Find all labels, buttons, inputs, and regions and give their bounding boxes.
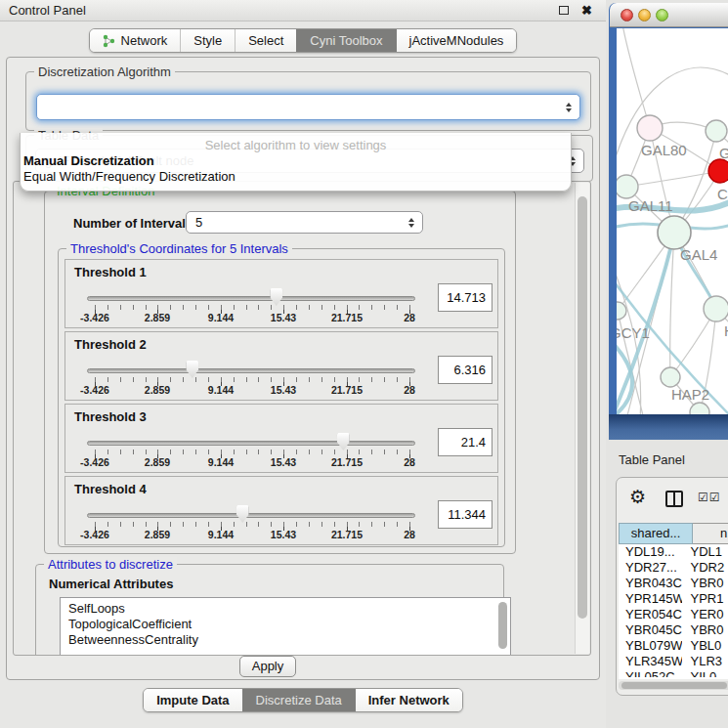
- column-header-shared-name[interactable]: shared...: [619, 523, 693, 544]
- table-row[interactable]: YBL079WYBL0: [619, 638, 728, 654]
- float-window-icon[interactable]: [559, 6, 569, 15]
- table-row[interactable]: YLR345WYLR3: [619, 654, 728, 669]
- svg-text:GAL11: GAL11: [628, 197, 673, 214]
- cyni-toolbox-panel: Discretization Algorithm Table Data galF…: [6, 57, 600, 680]
- list-scrollbar[interactable]: [498, 600, 508, 656]
- table-horizontal-scrollbar[interactable]: [619, 681, 728, 690]
- tab-cyni-toolbox[interactable]: Cyni Toolbox: [296, 29, 395, 52]
- tab-style[interactable]: Style: [180, 29, 235, 52]
- node-hap2[interactable]: [661, 367, 680, 387]
- tab-discretize-data[interactable]: Discretize Data: [242, 689, 355, 711]
- threshold-2-slider-thumb[interactable]: [186, 361, 198, 378]
- combo-arrows-icon: [566, 95, 572, 119]
- threshold-3-slider-thumb[interactable]: [337, 433, 350, 450]
- interval-definition-group: Interval Definition Number of Intervals …: [44, 191, 516, 554]
- scrollbar-thumb[interactable]: [578, 196, 587, 619]
- number-of-intervals-combobox[interactable]: 5: [186, 211, 423, 234]
- scrollbar-thumb[interactable]: [621, 682, 727, 689]
- thresholds-group-label: Threshold's Coordinates for 5 Intervals: [66, 241, 292, 256]
- tab-impute-data[interactable]: Impute Data: [144, 689, 241, 711]
- svg-text:GCY1: GCY1: [617, 324, 650, 341]
- algorithm-combobox[interactable]: [36, 94, 580, 120]
- apply-button[interactable]: Apply: [239, 656, 296, 677]
- threshold-4-slider[interactable]: [87, 513, 415, 518]
- column-header-name[interactable]: n...: [693, 523, 728, 544]
- list-item[interactable]: SelfLoops: [61, 601, 510, 617]
- threshold-2-value-field[interactable]: 6.316: [438, 356, 492, 384]
- control-panel-titlebar: Control Panel ✖: [0, 0, 606, 21]
- svg-text:HAP2: HAP2: [671, 386, 709, 403]
- svg-text:GAL4: GAL4: [680, 246, 717, 263]
- window-title: Control Panel: [9, 3, 86, 18]
- thresholds-group: Threshold's Coordinates for 5 Intervals …: [58, 248, 505, 547]
- minimize-traffic-light-icon[interactable]: [638, 9, 651, 21]
- threshold-2-slider[interactable]: [87, 368, 415, 373]
- table-row[interactable]: YDR27...YDR2: [619, 560, 728, 576]
- threshold-4-slider-thumb[interactable]: [236, 505, 249, 523]
- checkboxes-icon[interactable]: ☑☑: [698, 491, 721, 504]
- node-gal11[interactable]: [617, 175, 638, 198]
- node-gal4[interactable]: [658, 216, 691, 249]
- table-row[interactable]: YER054CYER0: [619, 607, 728, 622]
- gear-icon[interactable]: ⚙: [629, 486, 646, 508]
- threshold-1-box: Threshold 1 -3.426 2.859 9.144 15.43 21.…: [64, 259, 498, 328]
- bottom-tab-bar: Impute Data Discretize Data Infer Networ…: [0, 688, 606, 712]
- zoom-traffic-light-icon[interactable]: [656, 9, 668, 21]
- threshold-1-value-field[interactable]: 14.713: [438, 283, 492, 312]
- table-panel-title: Table Panel: [619, 452, 685, 467]
- discretization-algorithm-label: Discretization Algorithm: [34, 64, 175, 79]
- threshold-2-box: Threshold 2 -3.426 2.859 9.144 15.43 21.…: [64, 331, 498, 401]
- tab-select[interactable]: Select: [235, 29, 296, 52]
- network-window-titlebar: [610, 3, 728, 27]
- threshold-3-box: Threshold 3 -3.426 2.859 9.144 15.43 21.…: [64, 404, 498, 473]
- svg-text:H: H: [724, 322, 728, 339]
- threshold-3-value-field[interactable]: 21.4: [438, 428, 492, 456]
- top-tab-bar: Network Style Select Cyni Toolbox jActiv…: [0, 28, 606, 53]
- close-icon[interactable]: ✖: [581, 2, 592, 20]
- popup-option-manual-discretization[interactable]: Manual Discretization: [23, 153, 154, 168]
- node-right-mid[interactable]: [704, 296, 728, 321]
- control-panel-window: Control Panel ✖ Network Style Select Cyn…: [0, 0, 606, 728]
- node-top-right[interactable]: [706, 120, 727, 142]
- algorithm-popup: Select algorithm to view settings Manual…: [20, 133, 572, 192]
- tab-jactivemnodules[interactable]: jActiveMNodules: [396, 29, 517, 52]
- table-row[interactable]: YDL19...YDL1: [619, 544, 728, 560]
- settings-scrollpane: Interval Definition Number of Intervals …: [13, 181, 591, 656]
- network-view-window: GAL80 GA C GAL11 GAL4 GCY1 H HAP2: [609, 3, 728, 440]
- numerical-attributes-list[interactable]: SelfLoops TopologicalCoefficient Between…: [60, 597, 511, 656]
- node-gcy1[interactable]: [617, 302, 626, 320]
- list-item[interactable]: BetweennessCentrality: [61, 632, 510, 648]
- table-row[interactable]: YBR045CYBR0: [619, 622, 728, 638]
- node-table: shared... n... YDL19...YDL1 YDR27...YDR2…: [619, 523, 728, 679]
- settings-vertical-scrollbar[interactable]: [575, 183, 589, 654]
- discretization-algorithm-group: Discretization Algorithm: [25, 71, 591, 131]
- attributes-group-label: Attributes to discretize: [44, 557, 177, 572]
- table-rows: YDL19...YDL1 YDR27...YDR2 YBR043CYBR0 YP…: [619, 544, 728, 677]
- svg-text:GAL80: GAL80: [641, 142, 687, 158]
- table-row[interactable]: YPR145WYPR1: [619, 591, 728, 607]
- threshold-4-box: Threshold 4 -3.426 2.859 9.144 15.43 21.…: [64, 476, 498, 545]
- popup-option-equal-width-frequency[interactable]: Equal Width/Frequency Discretization: [23, 169, 236, 184]
- combo-arrows-icon: [408, 212, 414, 233]
- tab-network[interactable]: Network: [90, 29, 181, 52]
- threshold-3-slider[interactable]: [87, 441, 415, 446]
- network-graph: GAL80 GA C GAL11 GAL4 GCY1 H HAP2: [617, 28, 728, 414]
- close-traffic-light-icon[interactable]: [621, 9, 633, 21]
- network-canvas[interactable]: GAL80 GA C GAL11 GAL4 GCY1 H HAP2: [617, 28, 728, 414]
- node-red-selected[interactable]: [708, 159, 728, 183]
- svg-text:GA: GA: [719, 145, 728, 161]
- threshold-1-slider-thumb[interactable]: [270, 288, 282, 306]
- table-row[interactable]: YIL052CYIL0: [619, 669, 728, 677]
- threshold-4-value-field[interactable]: 11.344: [438, 500, 492, 529]
- columns-icon[interactable]: [665, 491, 683, 507]
- list-item[interactable]: TopologicalCoefficient: [61, 617, 510, 632]
- number-of-intervals-label: Number of Intervals: [73, 216, 193, 231]
- attributes-group: Attributes to discretize Numerical Attri…: [35, 564, 504, 656]
- svg-text:C: C: [717, 186, 728, 202]
- tab-network-label: Network: [121, 33, 168, 48]
- tab-infer-network[interactable]: Infer Network: [355, 689, 462, 711]
- network-window-bottom-bar: [609, 414, 728, 440]
- node-gal80[interactable]: [637, 115, 663, 141]
- table-row[interactable]: YBR043CYBR0: [619, 576, 728, 591]
- threshold-1-slider[interactable]: [87, 296, 415, 301]
